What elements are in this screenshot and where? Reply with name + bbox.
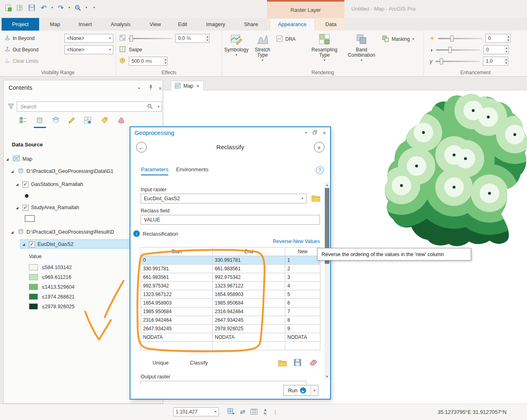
transparency-spinbox[interactable]: 0.0% (175, 34, 209, 43)
in-beyond-combobox[interactable]: <None> (64, 34, 113, 43)
swap-view-icon[interactable] (238, 407, 247, 416)
scroll-up-icon[interactable] (324, 182, 330, 188)
polygon-symbol[interactable] (25, 214, 35, 223)
reclass-table[interactable]: Start End New 0330.9917811 330.991781661… (141, 247, 320, 350)
expander-icon[interactable] (11, 170, 15, 173)
load-table-folder-icon[interactable] (278, 359, 287, 368)
close-icon[interactable] (196, 83, 199, 89)
table-row[interactable]: 330.991781661.9835612 (141, 265, 320, 273)
tree-item-geodatabase-result[interactable]: D:\Practical3_GeoProcessing\Result\D (11, 228, 133, 237)
qat-open-project-icon[interactable] (16, 4, 24, 12)
tab-share[interactable]: Share (238, 18, 264, 31)
table-row[interactable]: 661.983561992.9753423 (141, 273, 320, 282)
tab-map[interactable]: Map (44, 18, 66, 31)
table-row[interactable] (141, 342, 320, 350)
table-row[interactable]: 0330.9917811 (141, 256, 320, 265)
layer-visibility-checkbox[interactable] (29, 241, 35, 248)
layer-visibility-checkbox[interactable] (22, 205, 29, 211)
list-by-data-source-icon[interactable] (35, 116, 44, 126)
tab-appearance[interactable]: Appearance (269, 18, 315, 31)
tab-edit[interactable]: Edit (171, 18, 194, 31)
list-by-snapping-icon[interactable] (84, 116, 92, 126)
run-options-dropdown[interactable] (311, 385, 318, 396)
pane-menu-icon[interactable] (138, 87, 140, 90)
masking-button[interactable]: Masking (382, 35, 414, 44)
gamma-slider-thumb[interactable] (440, 58, 443, 64)
dra-checkbox-row[interactable]: DRA (276, 35, 295, 44)
close-icon[interactable] (323, 130, 326, 136)
reclass-field-combobox[interactable]: VALUE (141, 215, 320, 225)
tab-view[interactable]: View (143, 18, 168, 31)
column-header-end[interactable]: End (213, 248, 285, 256)
gamma-spinbox[interactable]: 1.0 (483, 57, 508, 66)
resampling-type-button[interactable]: ResamplingType (310, 33, 339, 62)
expander-icon[interactable] (16, 206, 20, 210)
search-options-icon[interactable] (158, 105, 159, 108)
expander-icon[interactable] (16, 183, 20, 186)
reverse-new-values-link[interactable]: Reverse New Values (141, 239, 320, 244)
redo-dropdown-icon[interactable] (68, 6, 70, 9)
north-arrow-icon[interactable]: N (261, 407, 270, 416)
list-by-drawing-order-icon[interactable] (19, 116, 27, 126)
expander-icon[interactable] (6, 157, 10, 161)
brightness-slider[interactable] (438, 38, 482, 39)
browse-folder-icon[interactable] (311, 194, 320, 203)
table-row[interactable]: 2316.9424642647.9342458 (141, 316, 320, 325)
attribute-table-icon[interactable] (249, 407, 258, 416)
qat-save-project-icon[interactable] (28, 4, 36, 12)
filter-icon[interactable] (8, 103, 14, 111)
tree-item-gas-stations[interactable]: GasStations_Ramallah (16, 180, 83, 189)
undo-dropdown-icon[interactable] (51, 6, 53, 9)
unique-button[interactable]: Unique (146, 358, 175, 368)
tab-insert[interactable]: Insert (73, 18, 97, 31)
zoom-tool-button[interactable] (74, 4, 82, 12)
swipe-label[interactable]: Swipe (129, 47, 142, 53)
flicker-spinbox[interactable]: 500.0ms (129, 57, 168, 66)
transparency-slider[interactable] (129, 38, 172, 39)
tree-item-eucdist[interactable]: EucDist_GasS2 (22, 240, 73, 249)
input-raster-combobox[interactable]: EucDist_GasS2 (141, 194, 306, 203)
help-icon[interactable] (316, 166, 324, 174)
zoom-dropdown-icon[interactable] (86, 6, 87, 9)
tab-data[interactable]: Data (319, 18, 343, 31)
redo-button[interactable] (57, 4, 65, 12)
layer-visibility-checkbox[interactable] (22, 181, 29, 188)
spinner-arrows-icon[interactable] (163, 57, 167, 65)
add-to-model-button[interactable] (314, 142, 324, 153)
search-icon[interactable] (147, 104, 153, 111)
table-row[interactable]: NODATANODATANODATA (141, 333, 320, 342)
scrollbar[interactable] (324, 182, 330, 379)
table-row[interactable]: 1654.9589031985.9506846 (141, 299, 320, 307)
symbology-button[interactable]: Symbology (224, 33, 249, 57)
tab-analysis[interactable]: Analysis (104, 18, 137, 31)
tab-parameters[interactable]: Parameters (141, 166, 168, 175)
close-icon[interactable] (159, 86, 162, 91)
expander-icon[interactable] (22, 243, 26, 246)
spinner-arrows-icon[interactable] (505, 46, 508, 54)
list-by-labeling-icon[interactable] (100, 116, 108, 126)
expander-icon[interactable] (11, 230, 15, 234)
list-by-perspective-icon[interactable] (117, 116, 125, 126)
out-beyond-combobox[interactable]: <None> (64, 45, 113, 54)
contrast-slider-thumb[interactable] (448, 47, 452, 53)
point-symbol[interactable] (25, 191, 29, 200)
scroll-down-icon[interactable] (324, 374, 330, 379)
brightness-slider-thumb[interactable] (450, 35, 454, 42)
float-pane-icon[interactable] (313, 130, 317, 136)
column-header-new[interactable]: New (285, 248, 320, 256)
tree-item-study-area[interactable]: StudyArea_Ramallah (16, 203, 79, 212)
contrast-slider[interactable] (436, 49, 480, 51)
save-table-icon[interactable] (293, 358, 302, 368)
tab-environments[interactable]: Environments (176, 166, 208, 175)
spinner-arrows-icon[interactable] (205, 34, 209, 42)
list-by-editing-icon[interactable] (68, 116, 76, 126)
qat-customize-icon[interactable] (93, 6, 95, 9)
gamma-slider[interactable] (436, 61, 480, 62)
run-button[interactable]: Run (283, 385, 318, 396)
table-row[interactable]: 1985.9506842316.9424647 (141, 307, 320, 316)
map-scale-combobox[interactable]: 1:101,427 (173, 407, 219, 416)
column-header-start[interactable]: Start (141, 248, 213, 256)
spinner-arrows-icon[interactable] (504, 57, 508, 65)
output-raster-input[interactable] (141, 381, 306, 385)
clear-limits-label[interactable]: Clear Limits (13, 58, 38, 64)
